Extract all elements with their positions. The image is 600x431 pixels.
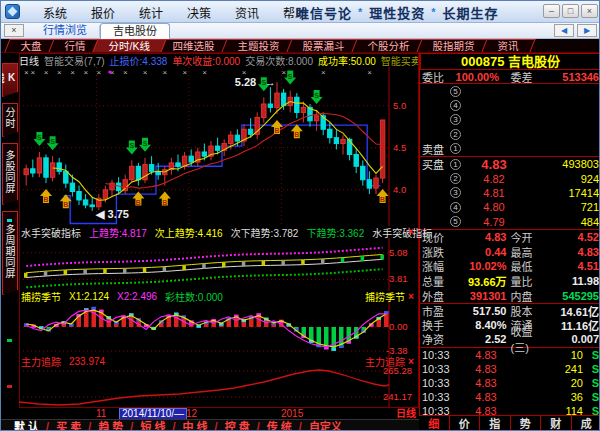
maximize-button[interactable]: □ [562, 4, 579, 18]
svg-text:B: B [380, 196, 385, 203]
preset-item-7[interactable]: 自定义 [304, 418, 347, 431]
sell-row-5[interactable]: 5 [420, 84, 600, 98]
menu-item-1[interactable]: 报价 [79, 4, 127, 21]
stat-value: 0.007 [545, 333, 600, 345]
sailor-indicator-chart[interactable] [19, 238, 419, 291]
market-tab-label: 行情 [65, 40, 86, 53]
buy-volume: 484 [523, 216, 599, 228]
buy-row-1[interactable]: 买盘14.83493803 [420, 157, 600, 171]
buy-row-2[interactable]: 24.82924 [420, 171, 600, 185]
title-bar: 系统报价统计决策资讯帮助 唯信号论*理性投资*长期生存 –□× [1, 1, 600, 23]
weibi-value: 100.00% [444, 71, 511, 83]
slogan-separator: * [431, 6, 436, 18]
tick-price: 4.83 [458, 405, 514, 417]
preset-item-6[interactable]: 传 统 [262, 418, 297, 431]
back-arrow-button[interactable]: ◀ [554, 24, 574, 37]
minimize-button[interactable]: – [543, 4, 560, 18]
stat-value: 93.66万 [452, 273, 511, 289]
panel-tab-2[interactable]: 指 [479, 416, 510, 431]
panel-tab-1[interactable]: 价 [449, 416, 480, 431]
preset-item-5[interactable]: 控 盘 [220, 418, 255, 431]
sailor-right-name: 水手突破指标 [372, 225, 432, 240]
panel-tab-5[interactable]: 成 [571, 416, 600, 431]
preset-item-1[interactable]: 买 卖 [51, 418, 86, 431]
stat-value: 517.50 [452, 305, 511, 317]
level-number: 1 [450, 143, 461, 154]
tick-time: 10:33 [422, 349, 458, 361]
market-tab-5[interactable]: 股票漏斗 [287, 39, 362, 52]
sell-row-3[interactable]: 3 [420, 113, 600, 127]
sell-row-4[interactable]: 4 [420, 98, 600, 112]
tick-volume: 10 [514, 349, 583, 361]
menu-item-0[interactable]: 系统 [31, 4, 79, 21]
fishing-close-icon[interactable]: × [405, 291, 417, 302]
nav-arrows: ◀▶ [554, 24, 597, 37]
svg-text:S: S [50, 138, 55, 145]
sell-row-1[interactable]: 卖盘1 [420, 142, 600, 156]
svg-text:×: × [44, 68, 49, 77]
app-window: 系统报价统计决策资讯帮助 唯信号论*理性投资*长期生存 –□× × 行情浏览吉电… [0, 0, 600, 431]
tick-time: 10:33 [422, 377, 458, 389]
buy-order-book: 买盘14.8349380324.8292434.811741444.807215… [420, 156, 600, 229]
market-tab-4[interactable]: 主题投资 [222, 39, 297, 52]
weibi-label: 委比 [422, 69, 444, 85]
nav-tab-0[interactable]: 行情浏览 [31, 23, 99, 39]
left-tab-1[interactable]: 分时 [2, 103, 18, 137]
quote-panel: 000875 吉电股份 委比 100.00% 委差 513346 5432卖盘1… [419, 53, 600, 415]
panel-tab-4[interactable]: 财 [540, 416, 571, 431]
preset-item-0[interactable]: 默 认 [9, 418, 44, 431]
panel-tab-3[interactable]: 势 [510, 416, 541, 431]
main-kline-chart[interactable]: SSSSSSSBBBBBBB×××××××××××××××××5.28→◀ 3.… [19, 67, 419, 226]
market-tab-6[interactable]: 个股分析 [352, 39, 427, 52]
svg-text:×: × [57, 68, 62, 77]
left-tab-0[interactable]: K线 [2, 63, 18, 97]
close-button[interactable]: × [581, 4, 598, 18]
buy-row-5[interactable]: 54.79484 [420, 215, 600, 229]
left-tab-3[interactable]: 多周期同屏 [2, 211, 18, 295]
sailor-close-icon[interactable]: × [405, 226, 417, 237]
stat-value: 4.83 [545, 246, 600, 258]
mainforce-close-icon[interactable]: × [405, 356, 417, 367]
market-tab-label: 个股分析 [368, 40, 410, 53]
level-number: 4 [450, 202, 461, 213]
menu-item-4[interactable]: 资讯 [223, 4, 271, 21]
stats-row-4: 外盘391301内盘545295 [420, 288, 600, 303]
preset-item-4[interactable]: 中 线 [178, 418, 213, 431]
left-tab-2[interactable]: 多股同屏 [2, 143, 18, 205]
buy-row-4[interactable]: 44.80721 [420, 200, 600, 214]
buy-volume: 17414 [523, 187, 599, 199]
tick-row-2[interactable]: 10:334.8320S [420, 376, 600, 390]
fishing-name: 捕捞季节 [21, 289, 61, 304]
fishing-oscillator-chart[interactable] [19, 302, 419, 356]
tick-list: 10:334.8310S10:334.83241S10:334.8320S10:… [420, 347, 600, 418]
market-tab-8[interactable]: 资讯 [482, 39, 536, 52]
stat-value: 0.44 [452, 246, 511, 258]
panel-tab-0[interactable]: 细 [419, 416, 449, 431]
tick-row-4[interactable]: 10:334.83114S [420, 404, 600, 418]
menu-item-2[interactable]: 统计 [127, 4, 175, 21]
sailor-subup: 次上趋势:4.416 [155, 225, 223, 240]
market-tab-7[interactable]: 股指期货 [417, 39, 492, 52]
close-tab-icon[interactable]: × [4, 24, 24, 37]
nav-tab-1[interactable]: 吉电股份 [100, 23, 170, 39]
tick-price: 4.83 [458, 363, 514, 375]
tick-row-1[interactable]: 10:334.83241S [420, 362, 600, 376]
tick-row-0[interactable]: 10:334.8310S [420, 348, 600, 362]
menu-item-3[interactable]: 决策 [175, 4, 223, 21]
tick-side: S [583, 391, 599, 403]
market-tab-2[interactable]: 分时/K线 [92, 39, 167, 52]
forward-arrow-button[interactable]: ▶ [577, 24, 597, 37]
bottom-bar-separator: / [46, 420, 49, 431]
buy-price: 4.81 [465, 187, 523, 199]
stat-value: 4.52 [545, 231, 600, 243]
preset-item-3[interactable]: 短 线 [135, 418, 170, 431]
market-tab-3[interactable]: 四维选股 [157, 39, 232, 52]
preset-item-2[interactable]: 趋 势 [93, 418, 128, 431]
bottom-bar-separator: / [130, 420, 133, 431]
sell-row-2[interactable]: 2 [420, 127, 600, 141]
tick-row-3[interactable]: 10:334.8336S [420, 390, 600, 404]
stat-label: 内盘 [511, 288, 545, 304]
tick-volume: 241 [514, 363, 583, 375]
stock-title[interactable]: 000875 吉电股份 [420, 53, 600, 70]
buy-row-3[interactable]: 34.8117414 [420, 186, 600, 200]
